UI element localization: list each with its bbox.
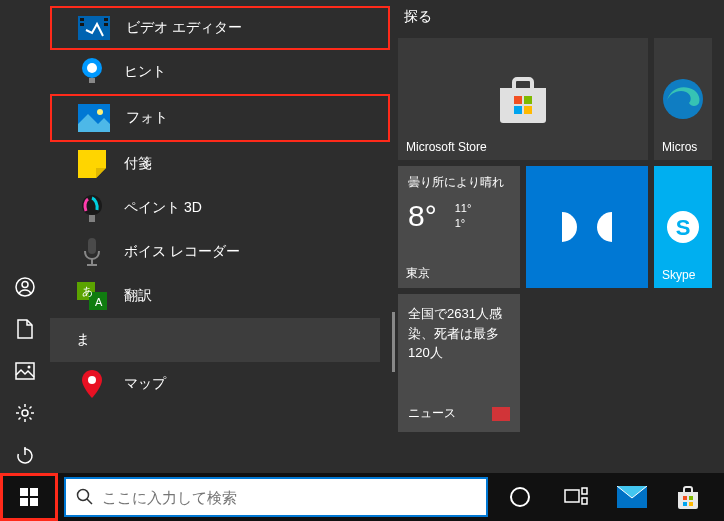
app-label: マップ xyxy=(124,375,166,393)
search-input[interactable] xyxy=(102,489,476,506)
start-button[interactable] xyxy=(0,473,58,521)
weather-lo: 1° xyxy=(455,216,472,231)
svg-rect-11 xyxy=(104,23,108,26)
svg-point-28 xyxy=(88,376,96,384)
svg-rect-51 xyxy=(689,502,693,506)
app-label: 翻訳 xyxy=(124,287,152,305)
svg-point-4 xyxy=(22,410,28,416)
mail-icon xyxy=(617,486,647,508)
svg-rect-14 xyxy=(89,78,95,83)
search-icon xyxy=(76,488,94,506)
app-translator[interactable]: あA 翻訳 xyxy=(50,274,390,318)
svg-rect-30 xyxy=(524,96,532,104)
news-headline: 全国で2631人感染、死者は最多120人 xyxy=(408,304,510,363)
skype-icon: S xyxy=(663,207,703,247)
svg-rect-38 xyxy=(30,488,38,496)
tips-icon xyxy=(76,56,108,88)
app-label: フォト xyxy=(126,109,168,127)
tile-microsoft-store[interactable]: Microsoft Store xyxy=(398,38,648,160)
app-maps[interactable]: マップ xyxy=(50,362,390,406)
maps-icon xyxy=(76,368,108,400)
paint3d-icon xyxy=(76,192,108,224)
news-source: ニュース xyxy=(408,405,456,422)
translator-icon: あA xyxy=(76,280,108,312)
app-voice-recorder[interactable]: ボイス レコーダー xyxy=(50,230,390,274)
svg-text:あ: あ xyxy=(82,285,93,297)
start-menu: ビデオ エディター ヒント フォト 付箋 ペイント 3D xyxy=(0,0,724,473)
task-view-icon xyxy=(564,487,588,507)
store-icon xyxy=(496,74,550,124)
app-video-editor[interactable]: ビデオ エディター xyxy=(50,6,390,50)
tile-news[interactable]: 全国で2631人感染、死者は最多120人 ニュース xyxy=(398,294,520,432)
app-sticky-notes[interactable]: 付箋 xyxy=(50,142,390,186)
news-accent xyxy=(392,312,395,372)
svg-text:S: S xyxy=(676,215,691,240)
tile-skype-partial[interactable]: S Skype xyxy=(654,166,712,288)
svg-text:A: A xyxy=(95,296,103,308)
weather-condition: 曇り所により晴れ xyxy=(408,174,504,191)
section-letter-text: ま xyxy=(76,331,90,349)
svg-rect-40 xyxy=(30,498,38,506)
weather-temp: 8° xyxy=(408,199,437,233)
sticky-notes-icon xyxy=(76,148,108,180)
svg-rect-8 xyxy=(80,18,84,21)
svg-rect-21 xyxy=(88,238,96,254)
svg-rect-37 xyxy=(20,488,28,496)
tiles-area: 探る Microsoft Store Micros xyxy=(390,0,724,473)
app-label: ヒント xyxy=(124,63,166,81)
cortana-icon xyxy=(509,486,531,508)
svg-rect-48 xyxy=(683,496,687,500)
dolby-icon xyxy=(552,207,622,247)
svg-rect-20 xyxy=(89,215,95,222)
video-editor-icon xyxy=(78,12,110,44)
app-tips[interactable]: ヒント xyxy=(50,50,390,94)
store-taskbar-icon xyxy=(675,484,701,510)
svg-rect-39 xyxy=(20,498,28,506)
pictures-icon[interactable] xyxy=(15,361,35,381)
power-icon[interactable] xyxy=(15,445,35,465)
cortana-button[interactable] xyxy=(496,473,544,521)
tiles-group-header[interactable]: 探る xyxy=(404,8,724,26)
svg-point-41 xyxy=(78,490,89,501)
mail-app-button[interactable] xyxy=(608,473,656,521)
store-app-button[interactable] xyxy=(664,473,712,521)
svg-rect-9 xyxy=(80,23,84,26)
section-letter-ma[interactable]: ま xyxy=(50,318,380,362)
svg-rect-45 xyxy=(582,488,587,494)
weather-hi: 11° xyxy=(455,201,472,216)
svg-point-3 xyxy=(28,366,31,369)
svg-line-42 xyxy=(87,499,92,504)
tile-edge-partial[interactable]: Micros xyxy=(654,38,712,160)
news-badge-icon xyxy=(492,407,510,421)
voice-recorder-icon xyxy=(76,236,108,268)
windows-icon xyxy=(20,488,38,506)
taskbar xyxy=(0,473,724,521)
tile-label: Micros xyxy=(662,140,697,154)
app-label: ペイント 3D xyxy=(124,199,202,217)
app-label: 付箋 xyxy=(124,155,152,173)
photos-icon xyxy=(78,102,110,134)
svg-point-43 xyxy=(511,488,529,506)
task-view-button[interactable] xyxy=(552,473,600,521)
tile-label: Microsoft Store xyxy=(406,140,487,154)
app-paint3d[interactable]: ペイント 3D xyxy=(50,186,390,230)
svg-rect-46 xyxy=(582,498,587,504)
svg-rect-31 xyxy=(514,106,522,114)
documents-icon[interactable] xyxy=(15,319,35,339)
svg-rect-2 xyxy=(16,363,34,379)
weather-city: 東京 xyxy=(406,265,430,282)
svg-point-16 xyxy=(97,109,103,115)
svg-rect-29 xyxy=(514,96,522,104)
svg-point-13 xyxy=(87,63,97,73)
app-photos[interactable]: フォト xyxy=(50,94,390,142)
app-list: ビデオ エディター ヒント フォト 付箋 ペイント 3D xyxy=(50,0,390,473)
tile-weather[interactable]: 曇り所により晴れ 8° 11° 1° 東京 xyxy=(398,166,520,288)
search-box[interactable] xyxy=(64,477,488,517)
account-icon[interactable] xyxy=(15,277,35,297)
tile-label: Skype xyxy=(662,268,695,282)
svg-point-1 xyxy=(22,282,28,288)
settings-icon[interactable] xyxy=(15,403,35,423)
app-label: ボイス レコーダー xyxy=(124,243,240,261)
svg-rect-49 xyxy=(689,496,693,500)
tile-dolby[interactable] xyxy=(526,166,648,288)
